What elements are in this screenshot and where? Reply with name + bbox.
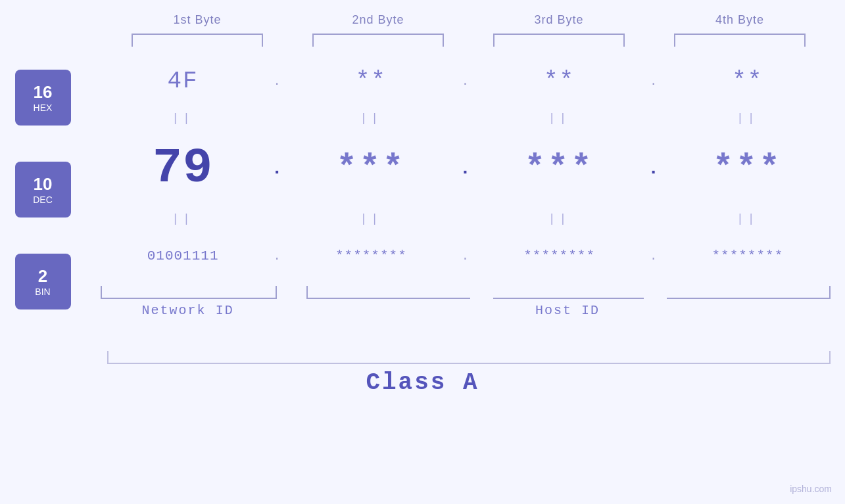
byte-header-2: 2nd Byte [306, 13, 450, 27]
eq1-1: || [172, 112, 194, 125]
eq2-1: || [172, 212, 194, 225]
bin-val-3: ******** [523, 248, 595, 263]
byte-header-3: 3rd Byte [487, 13, 631, 27]
id-labels-row: Network ID Host ID [101, 303, 831, 318]
host-id-label: Host ID [305, 303, 831, 318]
byte-headers-row: 1st Byte 2nd Byte 3rd Byte 4th Byte [107, 13, 831, 27]
hex-val-4: ** [732, 68, 763, 95]
dec-byte4: *** [665, 149, 830, 188]
dot-dec-3: . [648, 158, 659, 179]
sep-dec-2: . [454, 158, 477, 179]
bytes-display: 4F . ** . ** . ** [101, 57, 831, 346]
dec-byte2: *** [289, 149, 454, 188]
dot-hex-2: . [462, 75, 469, 88]
hex-byte2: ** [289, 68, 454, 95]
bin-byte2: ******** [289, 248, 454, 263]
hex-base-label: HEX [34, 103, 53, 113]
eq2-3: || [548, 212, 571, 225]
bin-val-2: ******** [335, 248, 407, 263]
hex-byte4: ** [665, 68, 830, 95]
bracket-4 [674, 34, 806, 47]
sep-hex-2: . [454, 75, 477, 88]
hex-val-1: 4F [168, 68, 199, 95]
content-area: 16 HEX 10 DEC 2 BIN 4F . [15, 57, 831, 346]
hex-badge: 16 HEX [15, 70, 71, 126]
byte-header-4: 4th Byte [667, 13, 812, 27]
dec-base-label: DEC [33, 195, 53, 205]
dot-bin-2: . [462, 250, 469, 263]
main-container: 1st Byte 2nd Byte 3rd Byte 4th Byte 16 H… [0, 0, 845, 504]
sep-bin-1: . [266, 250, 289, 263]
dot-dec-1: . [272, 158, 283, 179]
outer-bracket [107, 351, 831, 364]
bin-byte1: 01001111 [101, 248, 266, 263]
bin-val-1: 01001111 [147, 248, 219, 263]
bin-byte4: ******** [665, 248, 830, 263]
dec-byte1: 79 [101, 141, 266, 196]
dot-hex-3: . [650, 75, 657, 88]
watermark: ipshu.com [790, 484, 832, 494]
bottom-brackets-row [101, 286, 831, 299]
hex-val-2: ** [356, 68, 387, 95]
bin-base-num: 2 [38, 266, 47, 286]
bin-byte3: ******** [477, 248, 642, 263]
dot-bin-1: . [274, 250, 281, 263]
network-id-label: Network ID [101, 303, 276, 318]
dec-val-3: *** [525, 149, 594, 188]
dec-val-1: 79 [153, 141, 213, 196]
bin-badge: 2 BIN [15, 254, 71, 309]
hex-byte1: 4F [101, 68, 266, 95]
labels-column: 16 HEX 10 DEC 2 BIN [15, 57, 101, 346]
host-bracket [306, 286, 831, 299]
byte-header-1: 1st Byte [125, 13, 270, 27]
bracket-3 [493, 34, 625, 47]
dot-hex-1: . [274, 75, 281, 88]
dot-dec-2: . [460, 158, 471, 179]
bin-base-label: BIN [35, 286, 50, 297]
bracket-row [107, 34, 831, 47]
dec-val-4: *** [713, 149, 783, 188]
eq-row-2: || || || || [101, 206, 831, 231]
hex-val-3: ** [544, 68, 575, 95]
hex-row: 4F . ** . ** . ** [101, 57, 831, 106]
class-label: Class A [366, 369, 479, 396]
dec-badge: 10 DEC [15, 162, 71, 218]
hex-byte3: ** [477, 68, 642, 95]
sep-hex-3: . [642, 75, 665, 88]
bin-row: 01001111 . ******** . ******** . [101, 231, 831, 281]
sep-bin-3: . [642, 250, 665, 263]
dec-byte3: *** [477, 149, 642, 188]
sep-bin-2: . [454, 250, 477, 263]
bin-val-4: ******** [712, 248, 783, 263]
hex-base-num: 16 [34, 82, 53, 103]
sep-hex-1: . [266, 75, 289, 88]
eq1-4: || [736, 112, 759, 125]
bracket-1 [132, 34, 263, 47]
dot-bin-3: . [650, 250, 657, 263]
eq1-2: || [360, 112, 383, 125]
sep-dec-1: . [266, 158, 289, 179]
eq-row-1: || || || || [101, 106, 831, 131]
dec-base-num: 10 [34, 174, 53, 195]
eq2-4: || [736, 212, 759, 225]
eq2-2: || [360, 212, 383, 225]
dec-val-2: *** [337, 149, 406, 188]
eq1-3: || [548, 112, 571, 125]
bracket-2 [312, 34, 444, 47]
sep-dec-3: . [642, 158, 665, 179]
net-bracket [101, 286, 277, 299]
dec-row: 79 . *** . *** . *** [101, 131, 831, 206]
